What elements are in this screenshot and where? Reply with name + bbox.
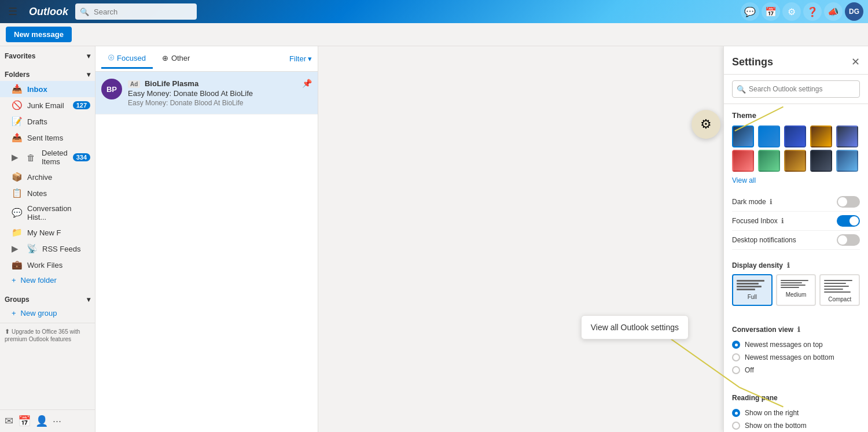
junk-icon: 🚫 [12, 100, 23, 110]
groups-label: Groups [5, 296, 30, 304]
hamburger-button[interactable]: ☰ [5, 3, 21, 20]
sidebar-item-work-files[interactable]: 💼 Work Files [0, 257, 95, 273]
density-medium-label: Medium [786, 291, 807, 298]
focused-tab-icon: ⦾ [108, 53, 114, 62]
upgrade-banner[interactable]: ⬆ Upgrade to Office 365 with premium Out… [0, 323, 95, 347]
theme-swatch-7[interactable] [784, 150, 806, 172]
tab-focused[interactable]: ⦾ Focused [101, 49, 153, 69]
email-item[interactable]: BP Ad BioLife Plasma 📌 Easy Money: Donat… [95, 72, 318, 115]
density-compact[interactable]: Compact [819, 274, 860, 306]
theme-swatch-5[interactable] [732, 150, 754, 172]
tab-other[interactable]: ⊕ Other [155, 49, 197, 69]
desktop-notifications-row: Desktop notifications [732, 231, 860, 250]
theme-swatch-6[interactable] [758, 150, 780, 172]
topbar: ☰ Outlook 🔍 💬 📅 ⚙ ❓ 📣 DG [0, 0, 868, 23]
help-button[interactable]: ❓ [803, 2, 822, 21]
desktop-notifications-toggle[interactable] [837, 234, 860, 246]
new-message-button[interactable]: New message [6, 27, 72, 42]
deleted-label: Deleted Items [42, 149, 68, 166]
sidebar-item-inbox[interactable]: 📥 Inbox [0, 81, 95, 97]
radio-newest-top-circle[interactable] [732, 341, 740, 349]
feedback-button[interactable]: 📣 [824, 2, 843, 21]
calendar-button[interactable]: 📅 [762, 2, 780, 21]
density-full[interactable]: Full [732, 274, 773, 306]
theme-swatch-8[interactable] [810, 150, 832, 172]
filter-label: Filter [289, 54, 306, 63]
new-group-icon: + [12, 309, 16, 317]
topbar-actions: 💬 📅 ⚙ ❓ 📣 DG [741, 2, 863, 21]
mynewf-label: My New F [27, 228, 90, 237]
new-folder-button[interactable]: + New folder [0, 273, 95, 287]
settings-gear-button[interactable]: ⚙ [782, 2, 801, 21]
radio-show-right[interactable]: Show on the right [732, 407, 860, 419]
radio-newest-bottom-circle[interactable] [732, 353, 740, 361]
radio-newest-bottom[interactable]: Newest messages on bottom [732, 351, 860, 364]
filter-button[interactable]: Filter ▾ [289, 54, 312, 63]
sidebar-groups-header[interactable]: Groups ▾ [0, 292, 95, 306]
radio-show-bottom-circle[interactable] [732, 422, 740, 430]
theme-swatch-3[interactable] [810, 125, 832, 147]
sidebar-favorites-header[interactable]: Favorites ▾ [0, 49, 95, 62]
junk-label: Junk Email [27, 101, 68, 110]
display-density-info-icon[interactable]: ℹ [787, 261, 790, 269]
settings-title: Settings [732, 56, 773, 68]
inbox-label: Inbox [27, 85, 90, 94]
focused-tab-label: Focused [117, 54, 146, 62]
theme-swatch-9[interactable] [836, 150, 858, 172]
workfiles-label: Work Files [27, 261, 90, 269]
radio-off[interactable]: Off [732, 364, 860, 376]
sidebar-item-sent-items[interactable]: 📤 Sent Items [0, 130, 95, 146]
search-input[interactable] [75, 3, 197, 20]
user-avatar[interactable]: DG [845, 2, 863, 21]
settings-theme-section: Theme View all [724, 104, 868, 193]
email-header: Ad BioLife Plasma 📌 [128, 79, 312, 88]
settings-close-button[interactable]: ✕ [851, 56, 860, 68]
conversation-view-section: Conversation view ℹ Newest messages on t… [724, 314, 868, 385]
sidebar-item-deleted-items[interactable]: ▶ 🗑 Deleted Items 334 [0, 146, 95, 169]
sidebar-item-notes[interactable]: 📋 Notes [0, 185, 95, 201]
density-medium[interactable]: Medium [776, 274, 816, 306]
settings-search-input[interactable] [732, 80, 860, 98]
inbox-icon: 📥 [12, 84, 23, 94]
sidebar: Favorites ▾ Folders ▾ 📥 Inbox 🚫 Junk Ema… [0, 46, 95, 432]
deleted-badge: 334 [73, 153, 90, 161]
radio-newest-top-label: Newest messages on top [745, 341, 823, 349]
radio-show-right-circle[interactable] [732, 409, 740, 417]
theme-swatch-0[interactable] [732, 125, 754, 147]
reading-pane-label: Reading pane [732, 394, 778, 402]
reading-pane-title: Reading pane [732, 394, 860, 402]
radio-show-bottom-label: Show on the bottom [745, 422, 807, 430]
sidebar-item-drafts[interactable]: 📝 Drafts [0, 113, 95, 130]
more-icon[interactable]: ··· [53, 415, 61, 427]
pin-icon: 📌 [302, 79, 312, 88]
focused-inbox-toggle[interactable] [837, 215, 860, 227]
conversation-view-info-icon[interactable]: ℹ [797, 326, 800, 334]
sidebar-item-rss-feeds[interactable]: ▶ 📡 RSS Feeds [0, 241, 95, 257]
sidebar-folders-header[interactable]: Folders ▾ [0, 67, 95, 81]
mail-icon[interactable]: ✉ [5, 415, 13, 427]
view-all-themes-link[interactable]: View all [732, 176, 860, 184]
theme-swatch-1[interactable] [758, 125, 780, 147]
theme-swatch-4[interactable] [836, 125, 858, 147]
radio-newest-top[interactable]: Newest messages on top [732, 338, 860, 351]
settings-header: Settings ✕ [724, 46, 868, 75]
people-icon[interactable]: 👤 [35, 415, 48, 427]
email-tabs: ⦾ Focused ⊕ Other Filter ▾ [95, 46, 318, 72]
focused-inbox-info-icon[interactable]: ℹ [781, 217, 784, 225]
sidebar-favorites-section: Favorites ▾ [0, 46, 95, 65]
sidebar-item-archive[interactable]: 📦 Archive [0, 169, 95, 185]
rss-expand-icon: ▶ [12, 243, 22, 254]
sidebar-item-conversation-history[interactable]: 💬 Conversation Hist... [0, 201, 95, 224]
density-compact-preview [823, 279, 856, 294]
theme-swatch-2[interactable] [784, 125, 806, 147]
calendar-sidebar-icon[interactable]: 📅 [18, 415, 31, 427]
dark-mode-toggle[interactable] [837, 196, 860, 208]
dark-mode-info-icon[interactable]: ℹ [770, 198, 773, 206]
skype-button[interactable]: 💬 [741, 2, 759, 21]
radio-off-circle[interactable] [732, 366, 740, 374]
email-list-panel: ⦾ Focused ⊕ Other Filter ▾ BP Ad BioLife… [95, 46, 318, 432]
sidebar-item-junk-email[interactable]: 🚫 Junk Email 127 [0, 97, 95, 113]
new-group-button[interactable]: + New group [0, 306, 95, 320]
radio-show-bottom[interactable]: Show on the bottom [732, 419, 860, 432]
sidebar-item-my-new-f[interactable]: 📁 My New F [0, 224, 95, 241]
